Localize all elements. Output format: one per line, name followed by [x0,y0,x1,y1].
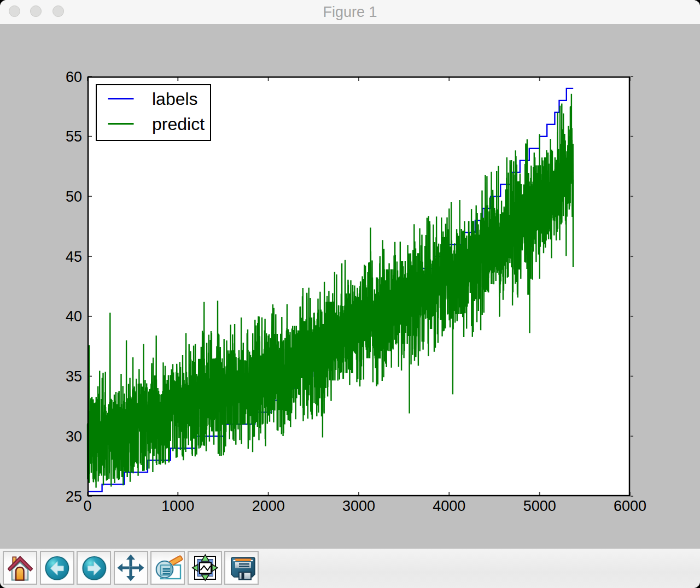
svg-text:40: 40 [66,308,82,325]
svg-text:5000: 5000 [523,498,556,514]
svg-text:predict: predict [152,114,205,134]
svg-text:45: 45 [66,249,82,265]
svg-text:55: 55 [66,128,82,145]
svg-text:2000: 2000 [252,498,285,514]
svg-text:35: 35 [66,368,82,385]
svg-text:50: 50 [66,189,82,205]
svg-text:labels: labels [152,89,198,109]
svg-text:6000: 6000 [614,498,646,514]
svg-text:1000: 1000 [161,498,194,514]
svg-text:60: 60 [66,69,82,85]
svg-text:3000: 3000 [342,498,375,514]
svg-text:25: 25 [66,489,82,505]
svg-text:0: 0 [83,498,91,514]
svg-text:4000: 4000 [433,498,465,514]
svg-text:30: 30 [66,428,82,445]
